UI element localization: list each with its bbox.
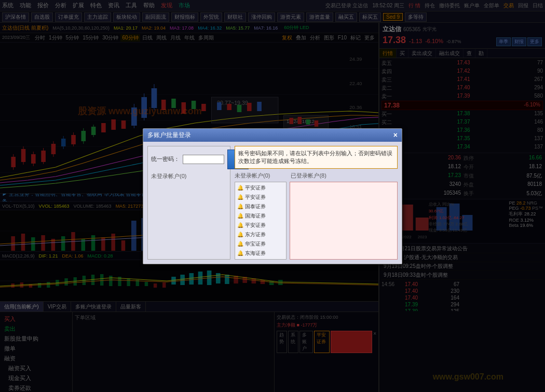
acct-name-6: 华宝证券: [245, 240, 266, 248]
acct-item-7[interactable]: 🔔 东海证券: [236, 249, 285, 258]
modal-right-section: 账号密码如果不同，请在以下列表中分别输入；否则密码错误 次数过多可能造成账号冻结…: [235, 146, 398, 260]
acct-bell-7: 🔔: [237, 250, 243, 256]
acct-name-2: 国泰证券: [245, 203, 266, 210]
acct-bell-1: 🔔: [237, 194, 243, 200]
modal-close-btn[interactable]: ×: [393, 131, 398, 139]
acct-bell-2: 🔔: [237, 204, 243, 209]
modal-warning: 账号密码如果不同，请在以下列表中分别输入；否则密码错误 次数过多可能造成账号冻结…: [235, 146, 398, 169]
acct-name-1: 平安证券: [245, 194, 266, 201]
acct-item-4[interactable]: 🔔 平安证券: [236, 221, 285, 230]
modal-accounts-header: 未登录帐户(0) 已登录帐户(8): [235, 172, 398, 180]
acct-item-3[interactable]: 🔔 国海证券: [236, 211, 285, 221]
modal-title-bar: 多账户批量登录 ×: [143, 129, 402, 142]
logged-accounts-list: 🔔 平安证券 🔔 平安证券 🔔 国泰证券 🔔: [235, 182, 287, 260]
password-input-area[interactable]: [290, 182, 398, 260]
acct-item-1[interactable]: 🔔 平安证券: [236, 193, 285, 202]
acct-name-3: 国海证券: [245, 212, 266, 220]
unified-code-input[interactable]: [183, 155, 224, 164]
modal-body: 统一密码： 登录 未登录帐户(0) 账号密码如果不同，请在以下列表中分别输入；否…: [143, 142, 402, 264]
acct-bell-6: 🔔: [237, 241, 243, 247]
acct-bell-0: 🔔: [237, 185, 243, 191]
acct-name-0: 平安证券: [245, 184, 266, 192]
acct-item-0[interactable]: 🔔 平安证券: [236, 183, 285, 193]
modal-title: 多账户批量登录: [147, 131, 191, 140]
acct-bell-5: 🔔: [237, 232, 243, 237]
modal-accounts-pane: 🔔 平安证券 🔔 平安证券 🔔 国泰证券 🔔: [235, 182, 398, 260]
acct-bell-4: 🔔: [237, 222, 243, 228]
acct-bell-3: 🔔: [237, 213, 243, 219]
unified-code-label: 统一密码：: [151, 155, 180, 163]
acct-name-7: 东海证券: [245, 250, 266, 257]
acct-item-5[interactable]: 🔔 东方证券: [236, 230, 285, 239]
modal-dialog: 多账户批量登录 × 统一密码： 登录 未登录帐户(0) 账号密码如果不同，请在以…: [143, 128, 402, 264]
logged-header: 已登录帐户(8): [291, 172, 326, 180]
modal-form-row-code: 统一密码： 登录: [151, 150, 227, 169]
acct-item-2[interactable]: 🔔 国泰证券: [236, 202, 285, 211]
acct-name-5: 东方证券: [245, 231, 266, 238]
modal-login-form: 统一密码： 登录 未登录帐户(0): [147, 146, 230, 260]
modal-overlay[interactable]: 多账户批量登录 × 统一密码： 登录 未登录帐户(0) 账号密码如果不同，请在以…: [0, 0, 545, 392]
unlogged-header: 未登录帐户(0): [235, 172, 270, 180]
acct-item-6[interactable]: 🔔 华宝证券: [236, 239, 285, 249]
acct-name-4: 平安证券: [245, 222, 266, 229]
unlogged-count: 未登录帐户(0): [151, 172, 227, 180]
